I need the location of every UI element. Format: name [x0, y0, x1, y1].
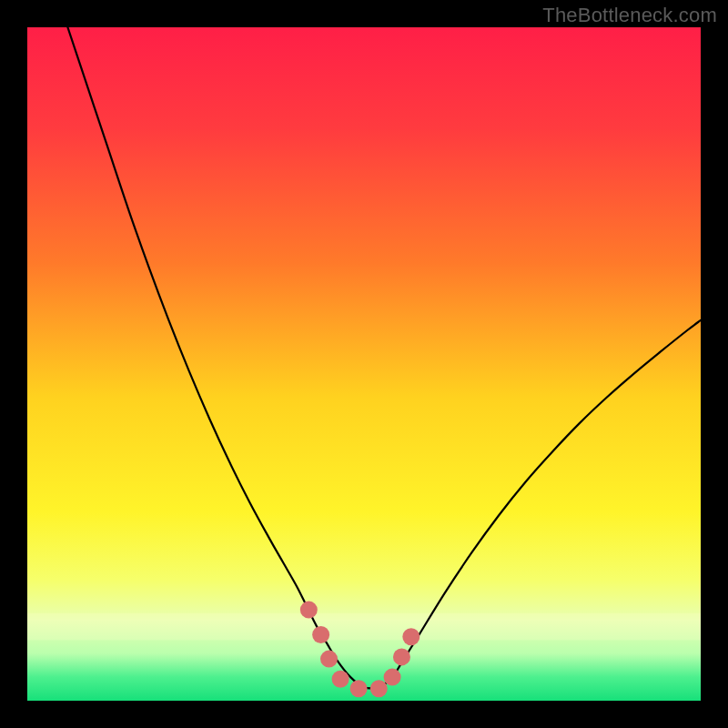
marker-dot: [332, 671, 349, 688]
marker-dot: [393, 648, 410, 665]
marker-dot: [320, 651, 338, 668]
marker-dot: [384, 669, 401, 686]
bottleneck-curve-chart: [27, 27, 701, 701]
chart-container: TheBottleneck.com: [0, 0, 728, 728]
plot-area: [27, 27, 701, 701]
marker-dot: [300, 602, 318, 619]
marker-dot: [312, 626, 329, 643]
marker-dot: [350, 680, 368, 697]
marker-dot: [402, 628, 420, 645]
highlight-band: [27, 613, 701, 641]
watermark-text: TheBottleneck.com: [542, 4, 717, 27]
gradient-background: [27, 27, 701, 701]
marker-dot: [370, 680, 388, 697]
